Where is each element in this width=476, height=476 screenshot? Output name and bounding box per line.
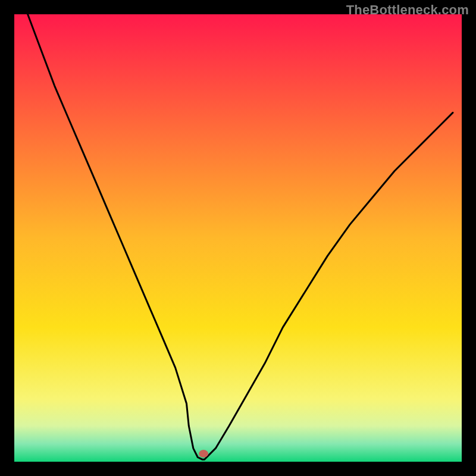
optimal-point-marker <box>199 450 208 458</box>
watermark-text: TheBottleneck.com <box>346 2 469 18</box>
chart-svg <box>0 0 476 476</box>
svg-rect-1 <box>14 14 462 462</box>
bottleneck-chart: TheBottleneck.com <box>0 0 476 476</box>
